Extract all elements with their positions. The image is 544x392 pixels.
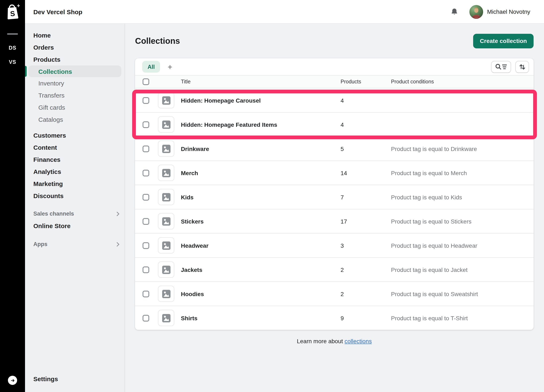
row-checkbox[interactable] [142, 291, 149, 297]
sidebar-item-marketing[interactable]: Marketing [25, 178, 125, 190]
search-filter-icon [494, 63, 508, 71]
row-checkbox[interactable] [142, 170, 149, 176]
image-placeholder-icon [162, 193, 170, 201]
collection-products-count: 2 [341, 266, 391, 273]
collection-title: Hoodies [181, 291, 341, 297]
sidebar-item-content[interactable]: Content [25, 141, 125, 154]
collection-thumbnail [158, 261, 174, 278]
sidebar-item-orders[interactable]: Orders [25, 41, 125, 53]
shop-name: Dev Vercel Shop [33, 0, 82, 23]
collection-title: Merch [181, 170, 341, 176]
shopify-bag-icon: S + [5, 3, 20, 20]
collection-title: Shirts [181, 315, 341, 321]
collection-thumbnail [158, 213, 174, 229]
svg-text:S: S [10, 9, 15, 18]
notifications-button[interactable] [450, 7, 458, 16]
collection-products-count: 17 [341, 218, 391, 225]
sidebar-item-analytics[interactable]: Analytics [25, 166, 125, 178]
sidebar-item-apps[interactable]: Apps [25, 238, 125, 250]
collection-products-count: 4 [341, 97, 391, 104]
table-row[interactable]: Merch 14 Product tag is equal to Merch [135, 161, 534, 185]
sidebar-item-label: Products [33, 56, 60, 63]
user-name: Michael Novotny [487, 8, 530, 15]
shop-switcher-ds[interactable]: DS [0, 45, 25, 51]
sidebar-item-transfers[interactable]: Transfers [25, 89, 125, 101]
footer-text: Learn more about [297, 338, 343, 344]
user-menu[interactable]: Michael Novotny [469, 5, 530, 18]
sidebar-item-settings[interactable]: Settings [25, 373, 125, 385]
rail-divider [7, 33, 18, 35]
sidebar-item-label: Collections [38, 68, 72, 75]
sidebar-item-catalogs[interactable]: Catalogs [25, 113, 125, 125]
sort-button[interactable] [515, 61, 529, 73]
row-checkbox[interactable] [142, 218, 149, 225]
collection-products-count: 5 [341, 145, 391, 152]
sidebar-item-label: Settings [33, 375, 58, 382]
row-checkbox[interactable] [142, 242, 149, 249]
table-row[interactable]: Shirts 9 Product tag is equal to T-Shirt [135, 306, 534, 330]
sidebar-item-inventory[interactable]: Inventory [25, 77, 125, 89]
sidebar-item-home[interactable]: Home [25, 29, 125, 41]
sidebar-section-label: Apps [33, 241, 47, 247]
sidebar-item-finances[interactable]: Finances [25, 154, 125, 166]
collection-title: Hidden: Homepage Featured Items [181, 121, 341, 128]
collection-thumbnail [158, 116, 174, 133]
tab-all[interactable]: All [142, 61, 160, 72]
collection-title: Jackets [181, 266, 341, 273]
collection-thumbnail [158, 189, 174, 205]
image-placeholder-icon [162, 217, 170, 226]
collection-products-count: 3 [341, 242, 391, 249]
sidebar: Home Orders Products Collections Invento… [25, 23, 125, 392]
image-placeholder-icon [162, 144, 170, 153]
collections-help-link[interactable]: collections [344, 338, 372, 344]
collection-products-count: 2 [341, 291, 391, 297]
table-row[interactable]: Hidden: Homepage Featured Items 4 [135, 113, 534, 137]
shopify-plus-logo[interactable]: S + [0, 0, 25, 23]
table-row[interactable]: Jackets 2 Product tag is equal to Jacket [135, 258, 534, 282]
sidebar-item-label: Customers [33, 132, 66, 139]
image-placeholder-icon [162, 314, 170, 322]
sidebar-item-products[interactable]: Products [25, 53, 125, 65]
table-row[interactable]: Kids 7 Product tag is equal to Kids [135, 185, 534, 209]
row-checkbox[interactable] [142, 315, 149, 321]
row-checkbox[interactable] [142, 145, 149, 152]
row-checkbox[interactable] [142, 97, 149, 104]
image-placeholder-icon [162, 96, 170, 104]
footer-note: Learn more about collections [135, 338, 534, 344]
sidebar-item-label: Catalogs [38, 116, 63, 123]
sidebar-item-customers[interactable]: Customers [25, 129, 125, 141]
collection-thumbnail [158, 92, 174, 108]
sidebar-section-label: Sales channels [33, 211, 74, 217]
expand-rail-button[interactable] [8, 376, 17, 385]
sidebar-item-collections[interactable]: Collections [28, 65, 121, 77]
table-row[interactable]: Stickers 17 Product tag is equal to Stic… [135, 209, 534, 233]
sidebar-item-sales-channels[interactable]: Sales channels [25, 208, 125, 220]
table-row[interactable]: Hoodies 2 Product tag is equal to Sweats… [135, 282, 534, 306]
shop-switcher-vs[interactable]: VS [0, 59, 25, 65]
row-checkbox[interactable] [142, 121, 149, 128]
collection-condition: Product tag is equal to T-Shirt [391, 315, 534, 321]
create-collection-button[interactable]: Create collection [473, 34, 534, 48]
table-row[interactable]: Hidden: Homepage Carousel 4 [135, 89, 534, 113]
collections-card: All + [135, 58, 534, 330]
search-filter-button[interactable] [491, 61, 511, 73]
collection-thumbnail [158, 237, 174, 254]
row-checkbox[interactable] [142, 194, 149, 200]
sidebar-item-discounts[interactable]: Discounts [25, 190, 125, 202]
sidebar-item-gift-cards[interactable]: Gift cards [25, 101, 125, 113]
page-title: Collections [135, 36, 180, 46]
sidebar-item-online-store[interactable]: Online Store [25, 220, 125, 232]
sidebar-item-label: Analytics [33, 168, 61, 175]
row-checkbox[interactable] [142, 266, 149, 273]
shopify-admin-collections-page: S + DS VS Dev Vercel Shop [0, 0, 544, 392]
select-all-checkbox[interactable] [142, 78, 149, 85]
collection-products-count: 9 [341, 315, 391, 321]
image-placeholder-icon [162, 290, 170, 298]
chevron-right-icon [116, 241, 120, 247]
table-row[interactable]: Headwear 3 Product tag is equal to Headw… [135, 233, 534, 258]
app-rail: S + DS VS [0, 0, 25, 392]
table-row[interactable]: Drinkware 5 Product tag is equal to Drin… [135, 137, 534, 161]
arrow-right-icon [10, 378, 15, 383]
sidebar-item-label: Content [33, 144, 57, 151]
add-view-button[interactable]: + [166, 63, 174, 71]
